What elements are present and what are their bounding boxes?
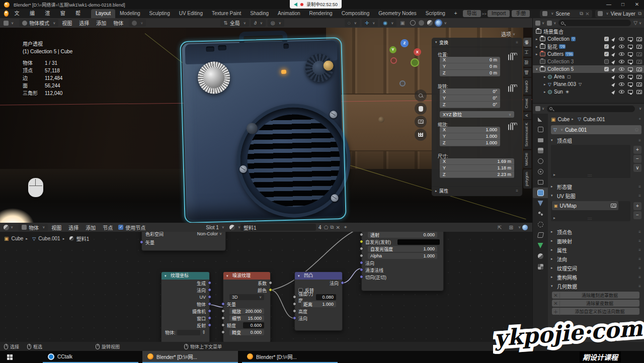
scale-y-field[interactable]: Y1.000 bbox=[440, 133, 500, 140]
vertex-group-add-button[interactable]: + bbox=[633, 146, 641, 154]
close-button[interactable]: ✕ bbox=[630, 0, 644, 9]
viewport-menu-add[interactable]: 添加 bbox=[93, 19, 110, 27]
uv-render-icon[interactable] bbox=[611, 204, 616, 208]
normal-socket[interactable] bbox=[360, 261, 363, 264]
vector-socket[interactable] bbox=[221, 302, 225, 306]
material-name-field[interactable]: 塑料1 bbox=[240, 224, 316, 231]
workspace-tab-modeling[interactable]: Modeling bbox=[115, 9, 145, 18]
bsdf-row-normal[interactable]: 法向 bbox=[362, 259, 443, 266]
tab-particles[interactable] bbox=[533, 209, 548, 219]
clear-skin-data-button[interactable]: ✕清除蒙皮数据 bbox=[552, 300, 639, 307]
outliner-row-decals[interactable]: ▸ 贴花▽0 ✓ bbox=[533, 43, 644, 50]
sidebar-tab-addon[interactable]: 晶 bbox=[523, 68, 531, 77]
rotation-x-field[interactable]: X0° bbox=[440, 88, 500, 95]
properties-search-input[interactable] bbox=[547, 106, 635, 112]
use-nodes-checkbox[interactable]: ✓使用节点 bbox=[118, 224, 145, 231]
texcoord-out-camera[interactable]: 摄像机 bbox=[162, 308, 209, 315]
clear-sculpt-mask-button[interactable]: ✕清除雕刻遮罩数据 bbox=[552, 292, 639, 299]
add-workspace-button[interactable]: + bbox=[450, 9, 462, 18]
bump-in-height[interactable]: 高度 bbox=[295, 308, 342, 315]
add-custom-split-normals-button[interactable]: ＋添加自定义拆边法向数据 bbox=[552, 308, 639, 315]
pin-icon[interactable]: ⌖ bbox=[638, 117, 641, 122]
uv-maps-list[interactable]: ▣ UVMap ▸ :::: + − bbox=[551, 201, 630, 221]
color-socket[interactable] bbox=[269, 288, 272, 292]
viewport-disable-icon[interactable] bbox=[628, 60, 633, 63]
attributes-panel-header[interactable]: ▸属性≡ bbox=[548, 245, 644, 254]
noise-out-color[interactable]: 颜色 bbox=[223, 287, 270, 294]
pan-hand-button[interactable] bbox=[415, 103, 427, 115]
tab-world[interactable] bbox=[533, 166, 548, 177]
normals-panel-header[interactable]: ▸法向≡ bbox=[548, 254, 644, 263]
reflection-socket[interactable] bbox=[208, 323, 211, 327]
xray-toggle[interactable]: ▣ bbox=[396, 20, 408, 26]
selectable-icon[interactable] bbox=[611, 82, 616, 87]
bump-strength-field[interactable]: 强度/力度 0.080 bbox=[295, 294, 342, 301]
outliner-row-sun[interactable]: ▸ Sun✳ bbox=[533, 88, 644, 96]
viewport-disable-icon[interactable] bbox=[628, 37, 633, 41]
perspective-toggle-button[interactable] bbox=[415, 129, 427, 141]
new-material-copy-icon[interactable]: ⧉ bbox=[330, 224, 334, 230]
strength-socket[interactable] bbox=[293, 295, 296, 299]
shader-menu-view[interactable]: 视图 bbox=[48, 224, 65, 231]
tab-constraints[interactable] bbox=[533, 230, 548, 240]
sidebar-tab-hardops[interactable]: HardO bbox=[523, 78, 531, 95]
properties-editor-dropdown[interactable]: ∨ bbox=[535, 106, 544, 111]
outliner-filter-mode-dropdown[interactable]: ∨ bbox=[547, 21, 556, 26]
axis-y-ball[interactable]: Y bbox=[389, 46, 396, 53]
bsdf-row-transmission[interactable]: 透射0.000 bbox=[362, 231, 443, 238]
fake-user-shield-icon[interactable]: ⬠ bbox=[324, 225, 329, 230]
unlink-material-icon[interactable]: ✕ bbox=[336, 225, 340, 230]
viewport-disable-icon[interactable] bbox=[628, 82, 633, 86]
pin-icon[interactable]: ⌖ bbox=[344, 224, 347, 230]
vertex-groups-panel-header[interactable]: ▾顶点组≡ bbox=[548, 136, 644, 145]
view-layer-copy-icon[interactable]: ⧉ bbox=[638, 11, 641, 17]
uv-socket[interactable] bbox=[208, 295, 211, 299]
hide-icon[interactable] bbox=[619, 67, 624, 71]
workspace-tab-layout[interactable]: Layout bbox=[91, 9, 115, 18]
viewport-disable-icon[interactable] bbox=[628, 67, 633, 71]
render-disable-icon[interactable] bbox=[636, 67, 642, 71]
collection-checkbox[interactable]: ✓ bbox=[604, 37, 609, 41]
bsdf-row-tangent[interactable]: 切向(正切) bbox=[362, 274, 443, 281]
sidebar-tab-machin3[interactable]: MACHI bbox=[523, 150, 531, 168]
hide-icon[interactable] bbox=[619, 45, 624, 48]
axis-x-ball[interactable]: X bbox=[414, 48, 421, 56]
outliner-row-cutters[interactable]: ▸ Cutters▽31 ✓ bbox=[533, 50, 644, 58]
material-browse-dropdown[interactable]: ∨ bbox=[229, 225, 240, 230]
taskbar-blender-2[interactable]: Blender* [D:\=网... bbox=[242, 351, 338, 363]
selectable-icon[interactable] bbox=[611, 44, 616, 49]
distortion-socket[interactable] bbox=[221, 330, 225, 334]
bump-distance-field[interactable]: 距离1.000 bbox=[295, 301, 342, 308]
scale-socket[interactable] bbox=[221, 309, 225, 313]
dimensions-y-field[interactable]: Y1.18 m bbox=[440, 165, 514, 171]
texcoord-out-uv[interactable]: UV bbox=[162, 294, 209, 301]
uv-maps-panel-header[interactable]: ▾UV 贴图≡ bbox=[548, 191, 644, 200]
selectable-icon[interactable] bbox=[611, 52, 616, 57]
workspace-tab-sculpting[interactable]: Sculpting bbox=[145, 9, 175, 18]
outliner-row-plane003[interactable]: ▸▽ Plane.003▽ bbox=[533, 80, 644, 88]
rotation-mode-dropdown[interactable]: XYZ 欧拉∨ bbox=[440, 111, 514, 118]
outliner-display-mode-dropdown[interactable]: ∨ bbox=[535, 21, 544, 26]
shader-menu-add[interactable]: 添加 bbox=[82, 224, 99, 231]
scale-lock-icons[interactable] bbox=[507, 125, 514, 130]
roughness-socket[interactable] bbox=[221, 323, 225, 327]
editor-type-dropdown[interactable]: ∨ bbox=[0, 21, 17, 26]
render-disable-icon[interactable] bbox=[636, 82, 642, 86]
scale-z-field[interactable]: Z1.000 bbox=[440, 140, 500, 146]
workspace-tab-animation[interactable]: Animation bbox=[273, 9, 304, 18]
noise-dimensions-dropdown[interactable]: 3D∨ bbox=[223, 294, 270, 301]
object-picker-field[interactable] bbox=[177, 330, 201, 335]
location-lock-icons[interactable] bbox=[507, 55, 514, 60]
location-z-field[interactable]: Z0 m bbox=[440, 70, 500, 76]
geometry-data-panel-header[interactable]: ▾几何数据≡ bbox=[548, 282, 644, 291]
menu-render[interactable]: 渲染 bbox=[41, 9, 56, 18]
transform-orientation-dropdown[interactable]: ⇅全局∨ bbox=[220, 19, 249, 27]
workspace-tab-uv-editing[interactable]: UV Editing bbox=[175, 9, 207, 18]
render-disable-icon[interactable] bbox=[636, 45, 642, 49]
bsdf-row-alpha[interactable]: Alpha1.000 bbox=[362, 252, 443, 259]
tab-physics[interactable] bbox=[533, 219, 548, 230]
rotation-y-field[interactable]: Y0° bbox=[440, 95, 500, 102]
sidebar-tab-item[interactable]: 条 bbox=[523, 38, 531, 47]
sidebar-tab-tool[interactable]: 工 bbox=[523, 48, 531, 57]
snap-dropdown[interactable]: ∂∨ bbox=[251, 19, 266, 27]
